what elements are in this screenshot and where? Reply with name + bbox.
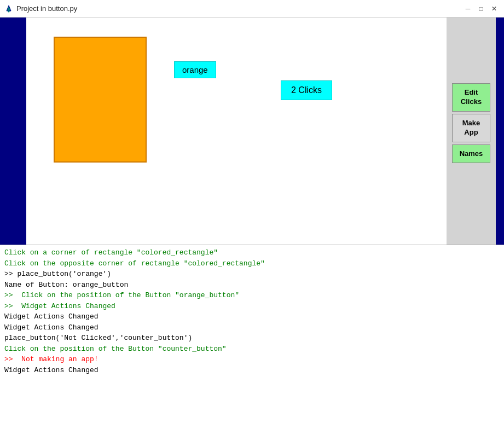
window-title: Project in button.py bbox=[16, 4, 462, 13]
left-sidebar-strip bbox=[0, 18, 26, 245]
right-sidebar-strip bbox=[496, 18, 504, 245]
console-line: >> Click on the position of the Button "… bbox=[4, 290, 500, 301]
console-line: >> Not making an app! bbox=[4, 354, 500, 365]
console-line: Click on a corner of rectangle "colored_… bbox=[4, 247, 500, 258]
window-controls: ─ □ ✕ bbox=[462, 3, 500, 14]
console-line: Widget Actions Changed bbox=[4, 365, 500, 376]
console-line: >> Widget Actions Changed bbox=[4, 301, 500, 312]
console-line: Widget Actions Changed bbox=[4, 322, 500, 333]
maximize-button[interactable]: □ bbox=[476, 3, 486, 14]
edit-clicks-button[interactable]: EditClicks bbox=[452, 83, 490, 112]
console-area[interactable]: Click on a corner of rectangle "colored_… bbox=[0, 245, 504, 446]
canvas-area: orange 2 Clicks EditClicks MakeApp Names bbox=[0, 18, 504, 245]
right-sidebar: EditClicks MakeApp Names bbox=[447, 18, 496, 245]
console-line: >> place_button('orange') bbox=[4, 269, 500, 280]
minimize-button[interactable]: ─ bbox=[462, 3, 473, 14]
console-line: Name of Button: orange_button bbox=[4, 280, 500, 291]
colored-rectangle bbox=[54, 37, 147, 163]
console-line: place_button('Not Clicked','counter_butt… bbox=[4, 333, 500, 344]
svg-marker-0 bbox=[7, 5, 11, 11]
app-icon bbox=[4, 4, 13, 13]
svg-point-1 bbox=[8, 10, 10, 12]
titlebar: Project in button.py ─ □ ✕ bbox=[0, 0, 504, 18]
console-line: Click on the opposite corner of rectangl… bbox=[4, 258, 500, 269]
close-button[interactable]: ✕ bbox=[489, 3, 500, 14]
console-line: Widget Actions Changed bbox=[4, 311, 500, 322]
orange-button[interactable]: orange bbox=[174, 61, 216, 78]
clicks-button[interactable]: 2 Clicks bbox=[281, 80, 332, 100]
names-button[interactable]: Names bbox=[452, 144, 490, 164]
make-app-button[interactable]: MakeApp bbox=[452, 114, 490, 142]
console-line: Click on the position of the Button "cou… bbox=[4, 344, 500, 355]
main-canvas: orange 2 Clicks bbox=[26, 18, 447, 245]
